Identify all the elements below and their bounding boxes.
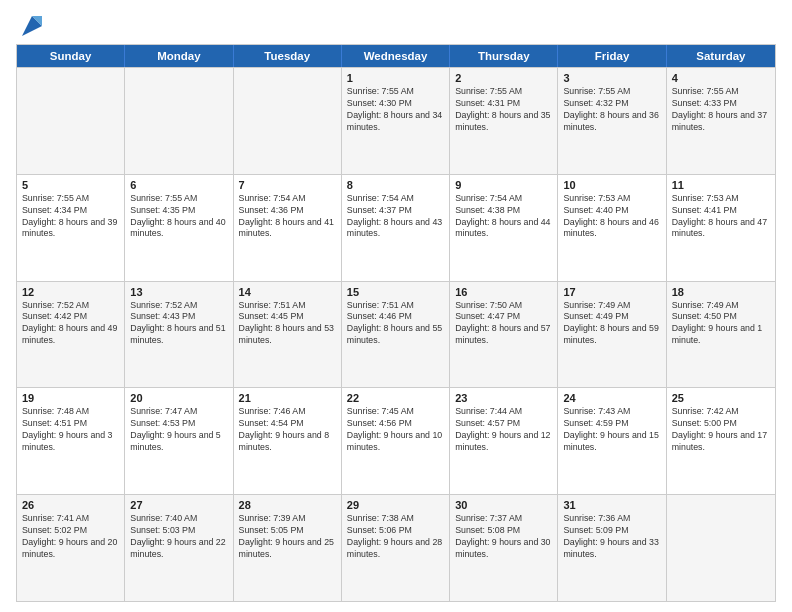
- weekday-header: Friday: [558, 45, 666, 67]
- calendar-cell: 8Sunrise: 7:54 AM Sunset: 4:37 PM Daylig…: [342, 175, 450, 281]
- day-number: 29: [347, 499, 444, 511]
- header: [16, 12, 776, 36]
- cell-daylight-info: Sunrise: 7:48 AM Sunset: 4:51 PM Dayligh…: [22, 406, 119, 454]
- calendar-cell: 30Sunrise: 7:37 AM Sunset: 5:08 PM Dayli…: [450, 495, 558, 601]
- calendar-cell: 19Sunrise: 7:48 AM Sunset: 4:51 PM Dayli…: [17, 388, 125, 494]
- calendar-cell: 1Sunrise: 7:55 AM Sunset: 4:30 PM Daylig…: [342, 68, 450, 174]
- cell-daylight-info: Sunrise: 7:52 AM Sunset: 4:42 PM Dayligh…: [22, 300, 119, 348]
- cell-daylight-info: Sunrise: 7:50 AM Sunset: 4:47 PM Dayligh…: [455, 300, 552, 348]
- cell-daylight-info: Sunrise: 7:43 AM Sunset: 4:59 PM Dayligh…: [563, 406, 660, 454]
- calendar-row: 26Sunrise: 7:41 AM Sunset: 5:02 PM Dayli…: [17, 494, 775, 601]
- weekday-header: Wednesday: [342, 45, 450, 67]
- day-number: 22: [347, 392, 444, 404]
- day-number: 14: [239, 286, 336, 298]
- calendar-grid: SundayMondayTuesdayWednesdayThursdayFrid…: [16, 44, 776, 602]
- cell-daylight-info: Sunrise: 7:49 AM Sunset: 4:50 PM Dayligh…: [672, 300, 770, 348]
- cell-daylight-info: Sunrise: 7:45 AM Sunset: 4:56 PM Dayligh…: [347, 406, 444, 454]
- calendar-cell: 12Sunrise: 7:52 AM Sunset: 4:42 PM Dayli…: [17, 282, 125, 388]
- calendar-cell: 23Sunrise: 7:44 AM Sunset: 4:57 PM Dayli…: [450, 388, 558, 494]
- cell-daylight-info: Sunrise: 7:49 AM Sunset: 4:49 PM Dayligh…: [563, 300, 660, 348]
- cell-daylight-info: Sunrise: 7:55 AM Sunset: 4:35 PM Dayligh…: [130, 193, 227, 241]
- calendar-cell: 9Sunrise: 7:54 AM Sunset: 4:38 PM Daylig…: [450, 175, 558, 281]
- day-number: 9: [455, 179, 552, 191]
- cell-daylight-info: Sunrise: 7:51 AM Sunset: 4:46 PM Dayligh…: [347, 300, 444, 348]
- day-number: 3: [563, 72, 660, 84]
- day-number: 5: [22, 179, 119, 191]
- day-number: 10: [563, 179, 660, 191]
- day-number: 2: [455, 72, 552, 84]
- calendar-row: 12Sunrise: 7:52 AM Sunset: 4:42 PM Dayli…: [17, 281, 775, 388]
- cell-daylight-info: Sunrise: 7:53 AM Sunset: 4:40 PM Dayligh…: [563, 193, 660, 241]
- cell-daylight-info: Sunrise: 7:55 AM Sunset: 4:33 PM Dayligh…: [672, 86, 770, 134]
- calendar-row: 19Sunrise: 7:48 AM Sunset: 4:51 PM Dayli…: [17, 387, 775, 494]
- calendar-cell: [17, 68, 125, 174]
- cell-daylight-info: Sunrise: 7:42 AM Sunset: 5:00 PM Dayligh…: [672, 406, 770, 454]
- day-number: 12: [22, 286, 119, 298]
- calendar-cell: 17Sunrise: 7:49 AM Sunset: 4:49 PM Dayli…: [558, 282, 666, 388]
- day-number: 28: [239, 499, 336, 511]
- cell-daylight-info: Sunrise: 7:52 AM Sunset: 4:43 PM Dayligh…: [130, 300, 227, 348]
- day-number: 19: [22, 392, 119, 404]
- calendar-cell: 29Sunrise: 7:38 AM Sunset: 5:06 PM Dayli…: [342, 495, 450, 601]
- calendar-cell: [667, 495, 775, 601]
- cell-daylight-info: Sunrise: 7:46 AM Sunset: 4:54 PM Dayligh…: [239, 406, 336, 454]
- cell-daylight-info: Sunrise: 7:40 AM Sunset: 5:03 PM Dayligh…: [130, 513, 227, 561]
- calendar-body: 1Sunrise: 7:55 AM Sunset: 4:30 PM Daylig…: [17, 67, 775, 601]
- cell-daylight-info: Sunrise: 7:55 AM Sunset: 4:32 PM Dayligh…: [563, 86, 660, 134]
- calendar-cell: 18Sunrise: 7:49 AM Sunset: 4:50 PM Dayli…: [667, 282, 775, 388]
- logo: [16, 12, 46, 36]
- cell-daylight-info: Sunrise: 7:55 AM Sunset: 4:31 PM Dayligh…: [455, 86, 552, 134]
- day-number: 23: [455, 392, 552, 404]
- cell-daylight-info: Sunrise: 7:51 AM Sunset: 4:45 PM Dayligh…: [239, 300, 336, 348]
- day-number: 8: [347, 179, 444, 191]
- calendar-cell: 26Sunrise: 7:41 AM Sunset: 5:02 PM Dayli…: [17, 495, 125, 601]
- cell-daylight-info: Sunrise: 7:55 AM Sunset: 4:34 PM Dayligh…: [22, 193, 119, 241]
- calendar-cell: 10Sunrise: 7:53 AM Sunset: 4:40 PM Dayli…: [558, 175, 666, 281]
- cell-daylight-info: Sunrise: 7:55 AM Sunset: 4:30 PM Dayligh…: [347, 86, 444, 134]
- weekday-header: Tuesday: [234, 45, 342, 67]
- cell-daylight-info: Sunrise: 7:54 AM Sunset: 4:36 PM Dayligh…: [239, 193, 336, 241]
- cell-daylight-info: Sunrise: 7:36 AM Sunset: 5:09 PM Dayligh…: [563, 513, 660, 561]
- calendar-cell: [125, 68, 233, 174]
- calendar-cell: 22Sunrise: 7:45 AM Sunset: 4:56 PM Dayli…: [342, 388, 450, 494]
- calendar-cell: 13Sunrise: 7:52 AM Sunset: 4:43 PM Dayli…: [125, 282, 233, 388]
- calendar-cell: 3Sunrise: 7:55 AM Sunset: 4:32 PM Daylig…: [558, 68, 666, 174]
- day-number: 26: [22, 499, 119, 511]
- calendar-cell: 15Sunrise: 7:51 AM Sunset: 4:46 PM Dayli…: [342, 282, 450, 388]
- weekday-header: Sunday: [17, 45, 125, 67]
- calendar-cell: 21Sunrise: 7:46 AM Sunset: 4:54 PM Dayli…: [234, 388, 342, 494]
- cell-daylight-info: Sunrise: 7:53 AM Sunset: 4:41 PM Dayligh…: [672, 193, 770, 241]
- day-number: 15: [347, 286, 444, 298]
- day-number: 17: [563, 286, 660, 298]
- calendar-cell: 5Sunrise: 7:55 AM Sunset: 4:34 PM Daylig…: [17, 175, 125, 281]
- calendar-cell: 27Sunrise: 7:40 AM Sunset: 5:03 PM Dayli…: [125, 495, 233, 601]
- logo-icon: [18, 12, 46, 40]
- calendar-cell: 16Sunrise: 7:50 AM Sunset: 4:47 PM Dayli…: [450, 282, 558, 388]
- cell-daylight-info: Sunrise: 7:39 AM Sunset: 5:05 PM Dayligh…: [239, 513, 336, 561]
- day-number: 30: [455, 499, 552, 511]
- calendar-cell: 25Sunrise: 7:42 AM Sunset: 5:00 PM Dayli…: [667, 388, 775, 494]
- calendar-page: SundayMondayTuesdayWednesdayThursdayFrid…: [0, 0, 792, 612]
- day-number: 27: [130, 499, 227, 511]
- cell-daylight-info: Sunrise: 7:41 AM Sunset: 5:02 PM Dayligh…: [22, 513, 119, 561]
- weekday-header: Monday: [125, 45, 233, 67]
- calendar-cell: 24Sunrise: 7:43 AM Sunset: 4:59 PM Dayli…: [558, 388, 666, 494]
- calendar-cell: 7Sunrise: 7:54 AM Sunset: 4:36 PM Daylig…: [234, 175, 342, 281]
- day-number: 1: [347, 72, 444, 84]
- day-number: 21: [239, 392, 336, 404]
- cell-daylight-info: Sunrise: 7:38 AM Sunset: 5:06 PM Dayligh…: [347, 513, 444, 561]
- calendar-cell: 20Sunrise: 7:47 AM Sunset: 4:53 PM Dayli…: [125, 388, 233, 494]
- day-number: 18: [672, 286, 770, 298]
- calendar-cell: 14Sunrise: 7:51 AM Sunset: 4:45 PM Dayli…: [234, 282, 342, 388]
- calendar-cell: [234, 68, 342, 174]
- calendar-cell: 31Sunrise: 7:36 AM Sunset: 5:09 PM Dayli…: [558, 495, 666, 601]
- calendar-cell: 11Sunrise: 7:53 AM Sunset: 4:41 PM Dayli…: [667, 175, 775, 281]
- cell-daylight-info: Sunrise: 7:37 AM Sunset: 5:08 PM Dayligh…: [455, 513, 552, 561]
- day-number: 11: [672, 179, 770, 191]
- day-number: 20: [130, 392, 227, 404]
- day-number: 24: [563, 392, 660, 404]
- calendar-row: 5Sunrise: 7:55 AM Sunset: 4:34 PM Daylig…: [17, 174, 775, 281]
- day-number: 7: [239, 179, 336, 191]
- cell-daylight-info: Sunrise: 7:47 AM Sunset: 4:53 PM Dayligh…: [130, 406, 227, 454]
- weekday-header: Saturday: [667, 45, 775, 67]
